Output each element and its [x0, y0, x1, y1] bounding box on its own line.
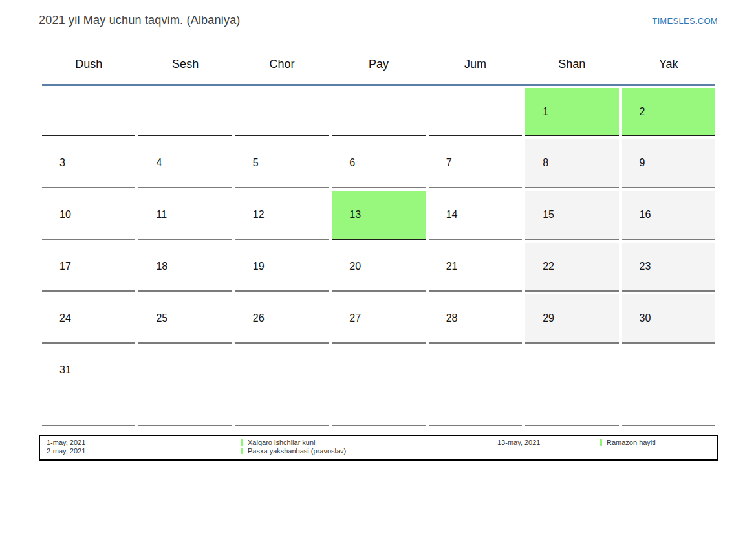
legend-dates-group-1: 13-may, 2021: [497, 439, 540, 447]
day-cell-21: 21: [429, 243, 522, 292]
weekday-label-shan: Shan: [525, 54, 618, 74]
day-cell-31: 31: [42, 346, 135, 426]
day-cell-2: 2: [622, 88, 715, 136]
day-cell-25: 25: [138, 294, 232, 344]
page-title: 2021 yil May uchun taqvim. (Albaniya): [39, 14, 241, 27]
legend-label-text: Ramazon hayiti: [607, 439, 656, 446]
day-cell-empty: [235, 88, 329, 136]
day-cell-29: 29: [525, 294, 618, 344]
weekday-label-chor: Chor: [235, 54, 329, 74]
day-number: 29: [543, 312, 554, 323]
legend-label: Pasxa yakshanbasi (pravoslav): [241, 447, 346, 455]
legend-date: 2-may, 2021: [47, 447, 85, 455]
day-number: 23: [640, 261, 651, 272]
day-number: 31: [59, 364, 71, 375]
day-cell-9: 9: [622, 139, 715, 188]
weekday-label-pay: Pay: [332, 54, 425, 74]
day-cell-empty: [332, 346, 425, 426]
holiday-marker-icon: [600, 439, 602, 446]
legend-label-text: Xalqaro ishchilar kuni: [248, 439, 316, 446]
day-number: 17: [59, 261, 71, 272]
day-cell-24: 24: [42, 294, 135, 344]
day-number: 2: [640, 106, 645, 117]
day-number: 25: [156, 312, 167, 323]
calendar-page: 2021 yil May uchun taqvim. (Albaniya) TI…: [0, 0, 756, 535]
day-cell-30: 30: [622, 294, 715, 344]
day-cell-23: 23: [622, 243, 715, 292]
day-cell-empty: [429, 346, 522, 426]
legend-date: 1-may, 2021: [47, 439, 85, 447]
day-cell-empty: [332, 88, 425, 136]
day-number: 14: [446, 209, 458, 220]
day-cell-empty: [525, 346, 618, 426]
day-cell-17: 17: [42, 243, 135, 292]
day-cell-empty: [622, 346, 715, 426]
day-cell-14: 14: [429, 191, 522, 240]
legend-date: 13-may, 2021: [497, 439, 540, 447]
day-number: 8: [543, 157, 548, 168]
day-number: 7: [446, 157, 452, 168]
legend-label-text: Pasxa yakshanbasi (pravoslav): [248, 447, 346, 455]
legend-box: 1-may, 20212-may, 2021Xalqaro ishchilar …: [39, 435, 718, 461]
weekday-label-yak: Yak: [622, 54, 715, 74]
day-cell-7: 7: [429, 139, 522, 188]
legend-labels-group-1: Ramazon hayiti: [600, 439, 656, 447]
day-cell-empty: [235, 346, 329, 426]
day-number: 9: [640, 157, 645, 168]
weekday-label-jum: Jum: [429, 54, 522, 74]
day-number: 19: [253, 261, 265, 272]
day-cell-empty: [42, 88, 135, 136]
day-number: 28: [446, 312, 458, 323]
day-number: 15: [543, 209, 554, 220]
day-number: 10: [59, 209, 71, 220]
day-cell-8: 8: [525, 139, 618, 188]
day-cell-28: 28: [429, 294, 522, 344]
day-number: 12: [253, 209, 265, 220]
weekday-label-sesh: Sesh: [138, 54, 232, 74]
day-cell-20: 20: [332, 243, 425, 292]
day-cell-1: 1: [525, 88, 618, 136]
day-number: 6: [349, 157, 355, 168]
day-number: 30: [640, 312, 651, 323]
day-cell-10: 10: [42, 191, 135, 240]
day-cell-empty: [138, 88, 232, 136]
site-link[interactable]: TIMESLES.COM: [652, 16, 718, 26]
legend-labels-group-0: Xalqaro ishchilar kuniPasxa yakshanbasi …: [241, 439, 346, 455]
weekday-label-dush: Dush: [42, 54, 135, 74]
day-cell-13: 13: [332, 191, 425, 240]
header-divider: [42, 84, 715, 86]
day-number: 24: [59, 312, 71, 323]
legend-label: Xalqaro ishchilar kuni: [241, 439, 346, 447]
day-number: 5: [253, 157, 259, 168]
day-number: 26: [253, 312, 265, 323]
holiday-marker-icon: [241, 439, 243, 446]
day-number: 11: [156, 209, 167, 220]
day-cell-16: 16: [622, 191, 715, 240]
day-cell-empty: [138, 346, 232, 426]
holiday-marker-icon: [241, 448, 243, 454]
day-cell-19: 19: [235, 243, 329, 292]
day-cell-empty: [429, 88, 522, 136]
day-cell-11: 11: [138, 191, 232, 240]
calendar-grid: 1234567891011121314151617181920212223242…: [42, 88, 715, 426]
day-cell-6: 6: [332, 139, 425, 188]
day-number: 20: [349, 261, 361, 272]
day-cell-4: 4: [138, 139, 232, 188]
legend-label: Ramazon hayiti: [600, 439, 656, 447]
day-number: 27: [349, 312, 361, 323]
day-cell-26: 26: [235, 294, 329, 344]
day-number: 3: [59, 157, 65, 168]
day-number: 4: [156, 157, 162, 168]
day-cell-15: 15: [525, 191, 618, 240]
day-number: 1: [543, 106, 548, 117]
day-number: 18: [156, 261, 167, 272]
day-number: 22: [543, 261, 554, 272]
day-cell-18: 18: [138, 243, 232, 292]
day-number: 13: [349, 209, 361, 220]
day-cell-5: 5: [235, 139, 329, 188]
day-cell-22: 22: [525, 243, 618, 292]
day-number: 16: [640, 209, 651, 220]
day-cell-12: 12: [235, 191, 329, 240]
legend-dates-group-0: 1-may, 20212-may, 2021: [47, 439, 85, 455]
day-number: 21: [446, 261, 458, 272]
